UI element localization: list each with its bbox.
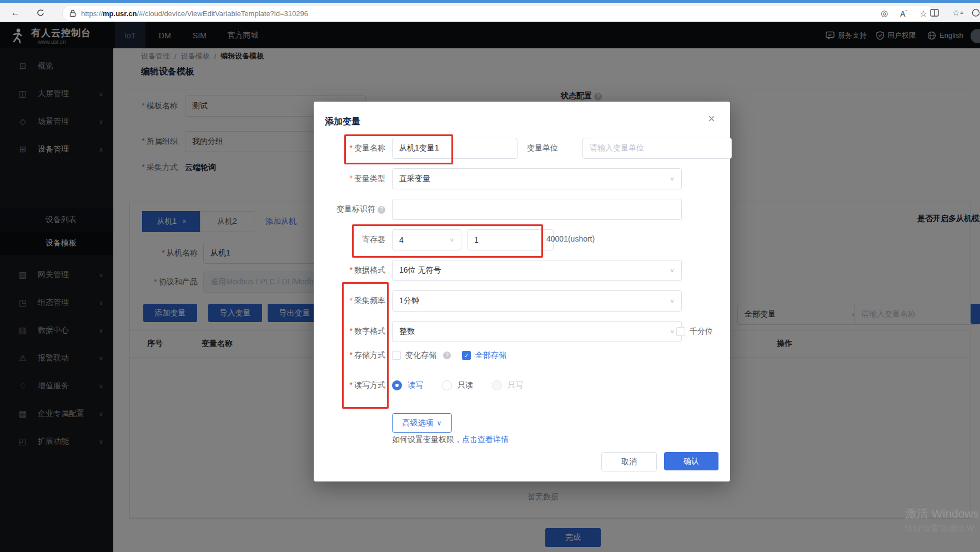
number-format-label: *数字格式 [314, 321, 385, 341]
browser-extra-icon[interactable] [972, 3, 980, 22]
register-hint: 40001(ushort) [546, 234, 595, 243]
read-aloud-icon[interactable]: A” [900, 9, 907, 18]
chevron-down-icon: ∨ [437, 419, 442, 427]
frequency-label: *采集频率 [314, 290, 385, 310]
chevron-down-icon: ∨ [670, 175, 675, 182]
rw-readonly-radio[interactable] [442, 380, 452, 390]
register-address-input[interactable]: 1 [467, 229, 554, 250]
change-storage-help-icon[interactable]: ? [443, 352, 451, 359]
variable-type-label: *变量类型 [314, 168, 385, 188]
variable-name-label: *变量名称 [314, 138, 385, 158]
register-fc-select[interactable]: 4∨ [392, 229, 461, 250]
send-to-device-icon[interactable]: ◎ [881, 8, 888, 18]
screen: ← https://mp.usr.cn/#/cloud/device/ViewE… [0, 0, 980, 552]
view-details-link[interactable]: 点击查看详情 [462, 435, 509, 445]
rw-label: *读写方式 [314, 378, 385, 392]
permission-hint: 如何设置变量权限，点击查看详情 [392, 435, 509, 445]
cancel-button[interactable]: 取消 [601, 452, 657, 471]
address-bar[interactable]: https://mp.usr.cn/#/cloud/device/ViewEdi… [62, 5, 933, 22]
variable-identifier-label: 变量标识符? [314, 199, 385, 219]
split-screen-icon[interactable] [926, 3, 943, 22]
frequency-select[interactable]: 1分钟∨ [392, 290, 682, 312]
refresh-icon[interactable] [32, 3, 49, 22]
chevron-down-icon: ∨ [670, 328, 675, 334]
lock-icon[interactable] [69, 9, 76, 17]
register-label: 寄存器 [314, 229, 385, 249]
storage-options: 变化存储 ? ✓ 全部存储 [392, 350, 506, 360]
variable-unit-label: 变量单位 [527, 138, 566, 158]
thousand-separator-option[interactable]: 千分位 [676, 327, 713, 337]
variable-name-input[interactable]: 从机1变量1 [392, 138, 517, 159]
back-icon[interactable]: ← [8, 3, 23, 22]
advanced-options-button[interactable]: 高级选项∨ [392, 413, 452, 433]
close-icon[interactable]: × [708, 112, 715, 126]
rw-readwrite-radio[interactable] [392, 380, 402, 390]
data-format-select[interactable]: 16位 无符号∨ [392, 260, 682, 281]
url-text: https://mp.usr.cn/#/cloud/device/ViewEdi… [81, 9, 308, 18]
add-variable-dialog: 添加变量 × *变量名称 从机1变量1 变量单位 请输入变量单位 *变量类型 直… [314, 102, 730, 481]
variable-identifier-input[interactable] [392, 199, 682, 220]
variable-unit-input[interactable]: 请输入变量单位 [582, 138, 732, 159]
thousand-checkbox[interactable] [676, 327, 685, 336]
all-storage-checkbox[interactable]: ✓ [462, 351, 471, 360]
browser-toolbar: ← https://mp.usr.cn/#/cloud/device/ViewE… [0, 3, 980, 22]
data-format-label: *数据格式 [314, 260, 385, 280]
windows-activation-watermark: 激活 Windows 转到“设置”以激活 W [905, 506, 979, 534]
confirm-button[interactable]: 确认 [664, 452, 718, 470]
collections-icon[interactable]: ☆≡ [949, 3, 966, 22]
rw-options: 读写 只读 只写 [392, 380, 523, 390]
storage-label: *存储方式 [314, 348, 385, 362]
rw-writeonly-radio[interactable] [492, 380, 502, 390]
chevron-down-icon: ∨ [670, 298, 675, 304]
dialog-title: 添加变量 [325, 116, 360, 128]
variable-type-select[interactable]: 直采变量∨ [392, 168, 682, 189]
change-storage-checkbox[interactable] [392, 351, 401, 360]
chevron-down-icon: ∨ [670, 267, 675, 273]
chevron-down-icon: ∨ [449, 237, 454, 243]
identifier-help-icon[interactable]: ? [378, 206, 385, 214]
number-format-select[interactable]: 整数∨ [392, 321, 682, 342]
